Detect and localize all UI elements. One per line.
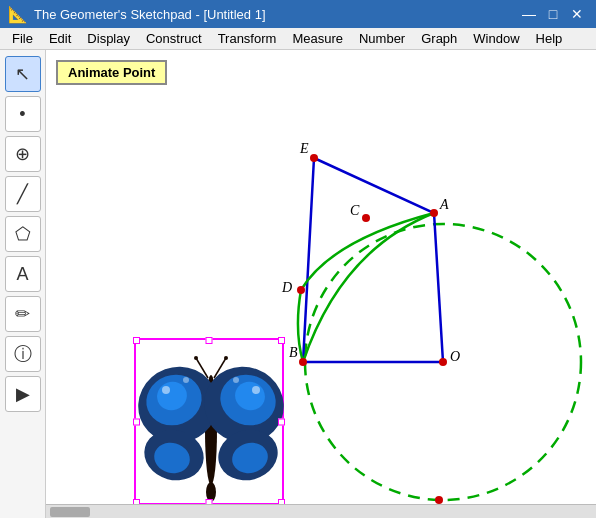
point-A[interactable] (430, 209, 438, 217)
label-A: A (440, 197, 449, 213)
svg-point-16 (162, 386, 170, 394)
menu-item-display[interactable]: Display (79, 29, 138, 48)
label-O: O (450, 349, 460, 365)
menu-item-number[interactable]: Number (351, 29, 413, 48)
resize-handle-tl[interactable] (133, 337, 140, 344)
compass-tool[interactable]: ⊕ (5, 136, 41, 172)
point-bottom[interactable] (435, 496, 443, 504)
resize-handle-tr[interactable] (278, 337, 285, 344)
menu-item-window[interactable]: Window (465, 29, 527, 48)
custom-tool[interactable]: ▶ (5, 376, 41, 412)
svg-point-19 (233, 377, 239, 383)
line-tool[interactable]: ╱ (5, 176, 41, 212)
menu-item-transform[interactable]: Transform (210, 29, 285, 48)
svg-point-15 (224, 356, 228, 360)
canvas-area: Animate Point E A C D B O (46, 50, 596, 518)
resize-handle-ml[interactable] (133, 418, 140, 425)
info-tool[interactable]: ⓘ (5, 336, 41, 372)
resize-handle-mr[interactable] (278, 418, 285, 425)
point-B[interactable] (299, 358, 307, 366)
point-C[interactable] (362, 214, 370, 222)
svg-point-13 (194, 356, 198, 360)
menu-item-measure[interactable]: Measure (284, 29, 351, 48)
point-D[interactable] (297, 286, 305, 294)
point-tool[interactable]: • (5, 96, 41, 132)
app-icon: 📐 (8, 5, 28, 24)
menu-item-help[interactable]: Help (528, 29, 571, 48)
close-button[interactable]: ✕ (566, 5, 588, 23)
label-C: C (350, 203, 359, 219)
main-area: ↖•⊕╱⬠A✏ⓘ▶ Animate Point E A C D B O (0, 50, 596, 518)
point-O[interactable] (439, 358, 447, 366)
point-E[interactable] (310, 154, 318, 162)
menu-item-edit[interactable]: Edit (41, 29, 79, 48)
polygon-tool[interactable]: ⬠ (5, 216, 41, 252)
window-title: The Geometer's Sketchpad - [Untitled 1] (34, 7, 518, 22)
window-controls: — □ ✕ (518, 5, 588, 23)
label-E: E (300, 141, 309, 157)
maximize-button[interactable]: □ (542, 5, 564, 23)
svg-point-18 (252, 386, 260, 394)
butterfly-image-box[interactable] (134, 338, 284, 505)
menu-item-construct[interactable]: Construct (138, 29, 210, 48)
text-tool[interactable]: A (5, 256, 41, 292)
horizontal-scrollbar[interactable] (46, 504, 596, 518)
titlebar: 📐 The Geometer's Sketchpad - [Untitled 1… (0, 0, 596, 28)
label-D: D (282, 280, 292, 296)
resize-handle-tm[interactable] (206, 337, 213, 344)
minimize-button[interactable]: — (518, 5, 540, 23)
select-tool[interactable]: ↖ (5, 56, 41, 92)
marker-tool[interactable]: ✏ (5, 296, 41, 332)
menu-item-file[interactable]: File (4, 29, 41, 48)
menu-item-graph[interactable]: Graph (413, 29, 465, 48)
toolbar: ↖•⊕╱⬠A✏ⓘ▶ (0, 50, 46, 518)
sketch-canvas (46, 50, 596, 518)
scrollbar-thumb[interactable] (50, 507, 90, 517)
menubar: FileEditDisplayConstructTransformMeasure… (0, 28, 596, 50)
label-B: B (289, 345, 298, 361)
svg-point-17 (183, 377, 189, 383)
